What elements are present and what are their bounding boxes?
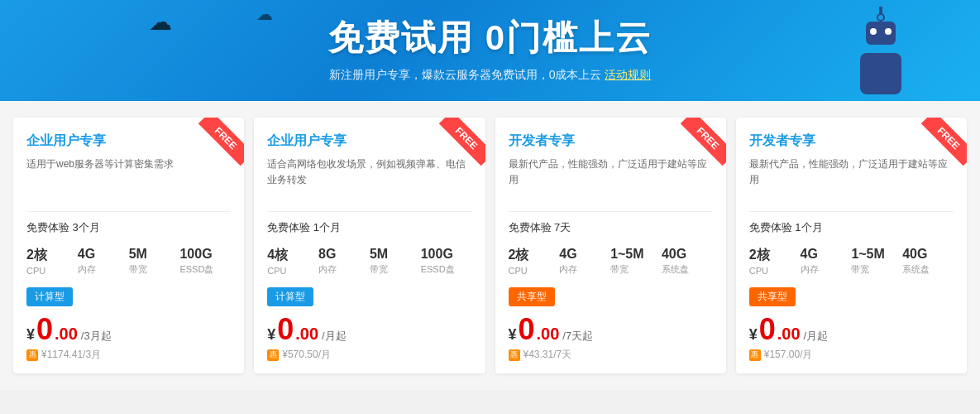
specs-row-0: 2核 CPU 4G 内存 5M 带宽 100G ESSD盘	[26, 247, 231, 276]
spec-item-2-1: 4G 内存	[559, 247, 610, 276]
spec-item-1-2: 5M 带宽	[370, 247, 421, 276]
spec-item-0-3: 100G ESSD盘	[179, 247, 231, 276]
spec-label-0-0: CPU	[26, 266, 78, 276]
original-price-icon-1: 惠	[267, 349, 279, 361]
spec-label-2-1: 内存	[559, 263, 610, 276]
original-price-1: 惠 ¥570.50/月	[267, 348, 471, 362]
spec-label-3-3: 系统盘	[902, 263, 954, 276]
spec-value-0-0: 2核	[26, 247, 78, 264]
original-price-icon-0: 惠	[26, 349, 38, 361]
spec-item-0-2: 5M 带宽	[129, 247, 180, 276]
spec-value-3-0: 2核	[749, 247, 801, 264]
spec-label-0-3: ESSD盘	[179, 263, 231, 276]
type-badge-1: 计算型	[267, 287, 313, 306]
price-row-1: ¥ 0 .00 /月起	[267, 315, 471, 344]
original-price-icon-3: 惠	[749, 349, 761, 361]
original-price-2: 惠 ¥43.31/7天	[509, 348, 713, 362]
spec-value-0-3: 100G	[179, 247, 231, 262]
spec-item-3-3: 40G 系统盘	[902, 247, 954, 276]
spec-item-3-0: 2核 CPU	[749, 247, 801, 276]
price-period-2: /7天起	[562, 329, 593, 344]
original-price-icon-2: 惠	[509, 349, 520, 361]
spec-value-0-2: 5M	[129, 247, 180, 262]
free-ribbon-0	[186, 118, 244, 176]
spec-label-2-3: 系统盘	[662, 263, 713, 276]
original-price-text-0: ¥1174.41/3月	[41, 348, 101, 362]
price-row-0: ¥ 0 .00 /3月起	[26, 315, 231, 344]
banner: ☁ ☁ 免费试用 0门槛上云 新注册用户专享，爆款云服务器免费试用，0成本上云 …	[0, 0, 980, 101]
price-currency-2: ¥	[509, 326, 517, 344]
robot-head	[866, 22, 896, 45]
card-2: 开发者专享 最新代产品，性能强劲，广泛适用于建站等应用 免费体验 7天 2核 C…	[495, 118, 726, 373]
type-badge-3: 共享型	[749, 287, 796, 306]
divider-3	[749, 211, 954, 212]
trial-period-2: 免费体验 7天	[509, 220, 713, 235]
cloud-decoration-1: ☁	[149, 8, 172, 36]
type-badge-0: 计算型	[26, 287, 73, 306]
price-main-1: 0	[277, 315, 294, 344]
free-ribbon-1	[428, 118, 485, 176]
price-main-0: 0	[36, 315, 53, 344]
spec-label-1-0: CPU	[267, 266, 318, 276]
spec-item-1-1: 8G 内存	[318, 247, 370, 276]
spec-value-2-2: 1~5M	[610, 247, 662, 262]
trial-period-0: 免费体验 3个月	[26, 220, 231, 235]
spec-label-0-2: 带宽	[129, 263, 180, 276]
specs-row-1: 4核 CPU 8G 内存 5M 带宽 100G ESSD盘	[267, 247, 471, 276]
spec-value-3-2: 1~5M	[851, 247, 902, 262]
robot-eye-right	[885, 28, 892, 35]
original-price-0: 惠 ¥1174.41/3月	[26, 348, 231, 362]
spec-label-3-0: CPU	[749, 266, 801, 276]
price-decimal-3: .00	[777, 325, 801, 344]
spec-value-1-1: 8G	[318, 247, 370, 262]
spec-value-1-3: 100G	[421, 247, 472, 262]
spec-value-3-3: 40G	[902, 247, 954, 262]
spec-value-1-2: 5M	[370, 247, 421, 262]
spec-item-2-2: 1~5M 带宽	[610, 247, 662, 276]
card-3: 开发者专享 最新代产品，性能强劲，广泛适用于建站等应用 免费体验 1个月 2核 …	[736, 118, 967, 373]
price-decimal-0: .00	[55, 325, 78, 344]
robot-body	[860, 53, 901, 94]
cloud-decoration-2: ☁	[256, 4, 273, 24]
price-main-2: 0	[519, 315, 535, 344]
cards-container: 企业用户专享 适用于web服务器等计算密集需求 免费体验 3个月 2核 CPU …	[0, 101, 980, 390]
spec-label-1-3: ESSD盘	[421, 263, 472, 276]
spec-label-2-0: CPU	[509, 266, 560, 276]
price-period-0: /3月起	[81, 329, 112, 344]
free-ribbon-3	[909, 118, 967, 176]
specs-row-2: 2核 CPU 4G 内存 1~5M 带宽 40G 系统盘	[509, 247, 713, 276]
card-0: 企业用户专享 适用于web服务器等计算密集需求 免费体验 3个月 2核 CPU …	[13, 118, 244, 373]
spec-item-1-0: 4核 CPU	[267, 247, 318, 276]
spec-item-0-1: 4G 内存	[78, 247, 129, 276]
divider-2	[509, 211, 713, 212]
price-row-3: ¥ 0 .00 /月起	[749, 315, 954, 344]
activity-rules-link[interactable]: 活动规则	[605, 68, 651, 81]
spec-label-1-2: 带宽	[370, 263, 421, 276]
spec-label-3-2: 带宽	[851, 263, 902, 276]
spec-value-2-1: 4G	[559, 247, 610, 262]
trial-period-3: 免费体验 1个月	[749, 220, 954, 235]
robot-eye-left	[870, 28, 877, 35]
spec-value-3-1: 4G	[801, 247, 852, 262]
spec-item-2-0: 2核 CPU	[509, 247, 560, 276]
free-ribbon-2	[668, 118, 726, 176]
type-badge-2: 共享型	[509, 287, 555, 306]
original-price-text-1: ¥570.50/月	[282, 348, 331, 362]
price-decimal-1: .00	[295, 325, 318, 344]
spec-item-0-0: 2核 CPU	[26, 247, 78, 276]
spec-label-2-2: 带宽	[610, 263, 662, 276]
spec-item-3-2: 1~5M 带宽	[851, 247, 902, 276]
original-price-text-2: ¥43.31/7天	[523, 348, 572, 362]
divider-1	[267, 211, 471, 212]
spec-label-1-1: 内存	[318, 263, 370, 276]
spec-item-1-3: 100G ESSD盘	[421, 247, 472, 276]
price-decimal-2: .00	[537, 325, 560, 344]
spec-item-2-3: 40G 系统盘	[662, 247, 713, 276]
price-main-3: 0	[759, 315, 776, 344]
price-currency-1: ¥	[267, 326, 275, 344]
original-price-text-3: ¥157.00/月	[764, 348, 813, 362]
price-period-1: /月起	[322, 329, 347, 344]
spec-label-3-1: 内存	[801, 263, 852, 276]
banner-subtitle: 新注册用户专享，爆款云服务器免费试用，0成本上云 活动规则	[33, 68, 947, 83]
price-currency-3: ¥	[749, 326, 758, 344]
